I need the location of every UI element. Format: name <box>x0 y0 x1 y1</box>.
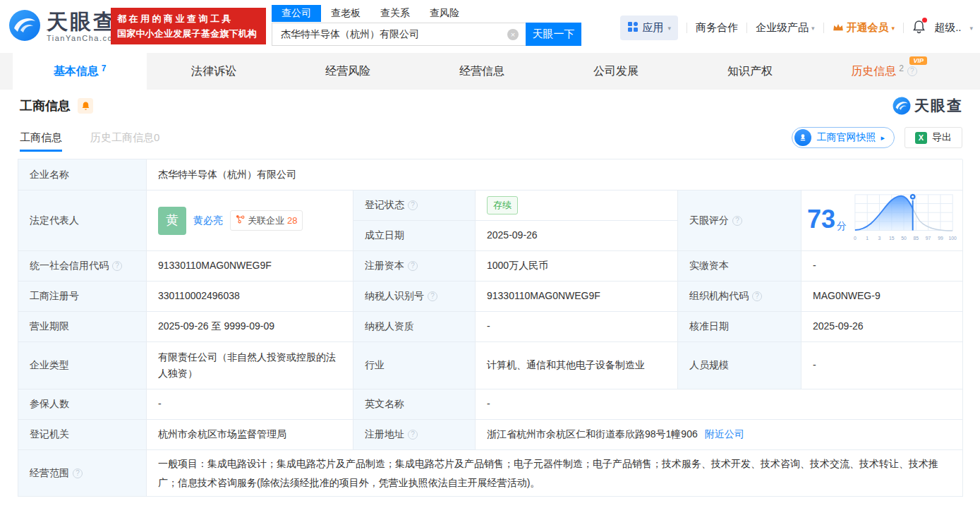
subtab-business-info[interactable]: 工商信息 <box>20 131 62 152</box>
export-label: 导出 <box>932 131 952 144</box>
brand-name: 天眼查 <box>47 11 121 32</box>
score-distribution-chart[interactable]: 0 1 3 15 50 85 97 99 100 <box>852 190 957 250</box>
company-type-label: 企业类型 <box>18 342 147 389</box>
notification-dot <box>922 18 927 23</box>
search-button[interactable]: 天眼一下 <box>526 23 581 46</box>
chevron-down-icon: ▾ <box>811 25 815 32</box>
tab-operation-info[interactable]: 经营信息 <box>415 53 549 90</box>
uscc-value: 91330110MAG0NWEG9F <box>147 251 353 282</box>
tab-company-development[interactable]: 公司发展 <box>549 53 683 90</box>
official-snapshot-button[interactable]: 工商官网快照 ▸ <box>792 127 895 148</box>
related-companies-label: 关联企业 <box>248 213 284 228</box>
established-date-value: 2025-09-26 <box>476 221 678 251</box>
svg-text:0: 0 <box>854 236 857 241</box>
tab-label: 历史信息 <box>851 64 896 79</box>
registered-address-label: 注册地址? <box>353 420 476 450</box>
nearby-companies-link[interactable]: 附近公司 <box>705 426 744 442</box>
svg-text:97: 97 <box>926 236 931 241</box>
help-icon[interactable]: ? <box>73 468 83 478</box>
score-unit: 分 <box>837 218 847 234</box>
slogan-banner: 都在用的商业查询工具 国家中小企业发展子基金旗下机构 <box>111 8 266 44</box>
tab-intellectual-property[interactable]: 知识产权 <box>683 53 817 90</box>
taxpayer-id-label: 纳税人识别号? <box>353 282 476 312</box>
company-type-value: 有限责任公司（非自然人投资或控股的法人独资） <box>147 342 353 389</box>
tab-label: 知识产权 <box>727 64 773 79</box>
insured-count-value: - <box>147 389 353 420</box>
help-icon[interactable]: ? <box>907 66 917 76</box>
svg-text:85: 85 <box>914 236 919 241</box>
reg-status-value: 存续 <box>476 190 678 221</box>
company-tab-bar: 基本信息 7 法律诉讼 经营风险 经营信息 公司发展 知识产权 VIP 历史信息… <box>0 53 980 90</box>
help-icon[interactable]: ? <box>408 430 418 440</box>
svg-text:3: 3 <box>878 236 881 241</box>
reg-status-label: 登记状态? <box>353 190 476 221</box>
score-number: 73 <box>807 207 835 232</box>
insured-count-label: 参保人数 <box>18 389 147 420</box>
crown-icon <box>833 22 844 34</box>
brand-domain: TianYanCha.com <box>47 34 121 42</box>
export-button[interactable]: X 导出 <box>905 127 962 148</box>
business-scope-label: 经营范围? <box>18 450 147 497</box>
legal-rep-name-link[interactable]: 黄必亮 <box>193 212 223 229</box>
svg-text:1: 1 <box>866 236 869 241</box>
staff-size-value: - <box>801 342 963 389</box>
tianyancha-logo-icon <box>8 9 41 44</box>
search-tab-risk[interactable]: 查风险 <box>420 5 469 22</box>
apps-menu[interactable]: 应用 ▾ <box>620 16 679 40</box>
tab-count: 2 <box>899 64 904 73</box>
taxpayer-qualification-value: - <box>476 312 678 342</box>
tab-label: 基本信息 <box>54 64 99 79</box>
taxpayer-qualification-label: 纳税人资质 <box>353 312 476 342</box>
tab-operation-risk[interactable]: 经营风险 <box>281 53 415 90</box>
help-icon[interactable]: ? <box>428 291 437 301</box>
notification-bell-icon[interactable] <box>912 20 926 36</box>
arrow-right-icon: ▸ <box>881 133 885 143</box>
search-tab-relation[interactable]: 查关系 <box>370 5 420 22</box>
tab-count: 7 <box>102 64 107 73</box>
vip-label: 开通会员 <box>847 21 889 35</box>
related-companies-badge[interactable]: 关联企业 28 <box>230 210 303 231</box>
nav-enterprise-product[interactable]: 企业级产品 ▾ <box>756 21 815 35</box>
reg-number-value: 330110002496038 <box>147 282 353 312</box>
subtab-history-business-info[interactable]: 历史工商信息0 <box>90 131 159 152</box>
taxpayer-id-value: 91330110MAG0NWEG9F <box>476 282 678 312</box>
apps-label: 应用 <box>643 21 664 35</box>
subscribe-bell-icon[interactable] <box>78 98 93 114</box>
help-icon[interactable]: ? <box>732 216 742 226</box>
search-tab-company[interactable]: 查公司 <box>272 5 321 22</box>
nav-divider <box>746 23 747 33</box>
top-header: 天眼查 TianYanCha.com 都在用的商业查询工具 国家中小企业发展子基… <box>0 0 980 53</box>
user-menu[interactable]: 超级.. <box>934 21 961 35</box>
svg-text:50: 50 <box>901 236 907 241</box>
registration-authority-value: 杭州市余杭区市场监督管理局 <box>147 420 353 450</box>
open-vip-button[interactable]: 开通会员 ▾ <box>833 21 895 35</box>
registration-authority-label: 登记机关 <box>18 420 147 450</box>
company-name-label: 企业名称 <box>18 159 147 190</box>
nav-divider <box>823 23 824 33</box>
help-icon[interactable]: ? <box>752 291 762 301</box>
tianyancha-logo[interactable]: 天眼查 TianYanCha.com <box>8 9 121 44</box>
tab-label: 公司发展 <box>593 64 639 79</box>
slogan-line2: 国家中小企业发展子基金旗下机构 <box>117 26 260 41</box>
help-icon[interactable]: ? <box>408 200 418 210</box>
help-icon[interactable]: ? <box>112 261 122 271</box>
clear-icon[interactable]: × <box>507 29 519 40</box>
tab-label: 法律诉讼 <box>191 64 236 79</box>
tab-legal-litigation[interactable]: 法律诉讼 <box>147 53 281 90</box>
business-term-value: 2025-09-26 至 9999-09-09 <box>147 312 353 342</box>
top-nav: 应用 ▾ 商务合作 企业级产品 ▾ 开通会员 ▾ <box>620 16 973 40</box>
tab-history-info[interactable]: VIP 历史信息 2 ? <box>817 53 951 90</box>
registered-address-value: 浙江省杭州市余杭区仁和街道奉欣路98号1幢906 附近公司 <box>476 420 963 450</box>
watermark-logo: 天眼查 <box>893 96 963 116</box>
tab-basic-info[interactable]: 基本信息 7 <box>13 53 147 90</box>
search-tab-boss[interactable]: 查老板 <box>321 5 370 22</box>
search-input[interactable] <box>272 23 526 46</box>
legal-rep-avatar[interactable]: 黄 <box>158 207 186 235</box>
svg-text:99: 99 <box>938 236 943 241</box>
nav-business-cooperation[interactable]: 商务合作 <box>696 21 738 35</box>
chevron-down-icon: ▾ <box>892 25 895 32</box>
company-name-value: 杰华特半导体（杭州）有限公司 <box>147 159 963 190</box>
enterprise-label: 企业级产品 <box>756 21 809 35</box>
help-icon[interactable]: ? <box>408 261 418 271</box>
nav-divider <box>686 23 687 33</box>
